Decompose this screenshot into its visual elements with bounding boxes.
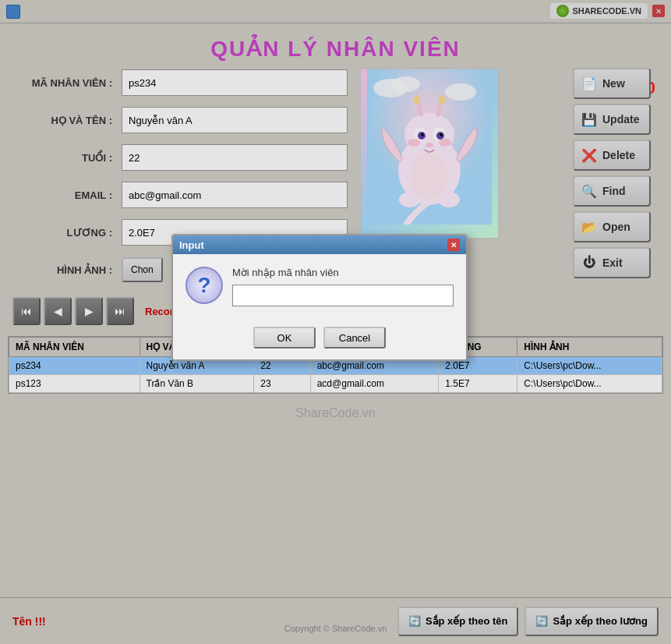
modal-question-icon: ? [185, 267, 223, 304]
modal-ok-button[interactable]: OK [253, 327, 316, 349]
input-dialog: Input ✕ ? Mời nhập mã nhân viên OK Cance… [171, 234, 468, 361]
modal-footer: OK Cancel [173, 319, 466, 359]
modal-prompt-text: Mời nhập mã nhân viên [232, 267, 454, 278]
main-window: SHARECODE.VN ✕ QUẢN LÝ NHÂN VIÊN 16:11:3… [0, 0, 671, 644]
modal-overlay: Input ✕ ? Mời nhập mã nhân viên OK Cance… [0, 0, 671, 644]
modal-cancel-button[interactable]: Cancel [323, 327, 386, 349]
modal-close-button[interactable]: ✕ [447, 239, 460, 251]
modal-body: ? Mời nhập mã nhân viên [173, 254, 466, 319]
modal-content: Mời nhập mã nhân viên [232, 267, 454, 306]
modal-input-field[interactable] [232, 285, 454, 306]
modal-titlebar: Input ✕ [173, 235, 466, 254]
modal-title: Input [179, 239, 204, 251]
